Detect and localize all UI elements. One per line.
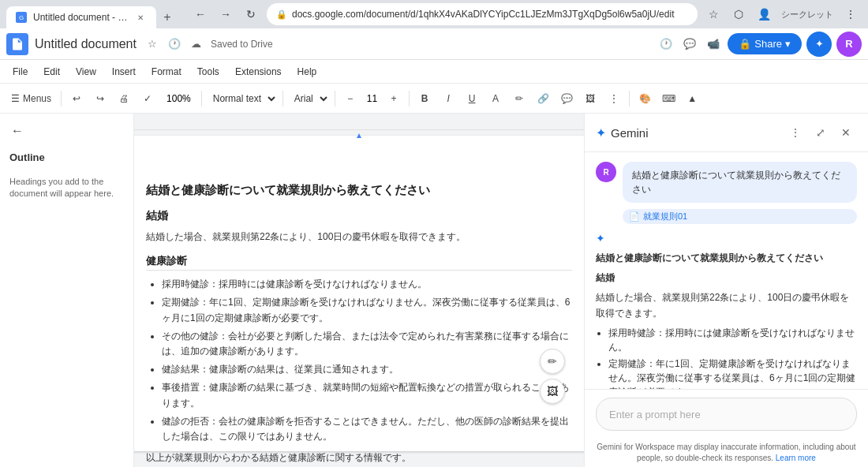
italic-btn[interactable]: I: [438, 88, 458, 109]
meeting-btn[interactable]: 📹: [704, 35, 723, 54]
highlight-btn[interactable]: ✏: [509, 88, 529, 109]
collapse-toolbar-btn[interactable]: ▲: [682, 88, 702, 109]
extensions-btn[interactable]: ⬡: [728, 3, 750, 25]
gemini-header: ✦ Gemini ⋮ ⤢ ✕: [585, 114, 868, 152]
bold-btn[interactable]: B: [414, 88, 435, 109]
avatar[interactable]: R: [836, 32, 862, 57]
gemini-logo: ✦ Gemini: [596, 125, 784, 140]
sep3: [282, 91, 283, 106]
format-paint-btn[interactable]: 🎨: [634, 88, 655, 109]
user-message-1: R 結婚と健康診断について就業規則から教えてください 📄 就業規則01: [596, 162, 857, 224]
undo-btn[interactable]: ↩: [66, 88, 87, 109]
sep5: [409, 91, 410, 106]
share-button[interactable]: 🔒 Share ▾: [728, 33, 802, 54]
menu-file[interactable]: File: [6, 63, 34, 80]
image-btn[interactable]: 🖼: [580, 88, 600, 109]
menu-format[interactable]: Format: [145, 63, 188, 80]
ai-bullet-2: 定期健診：年に1回、定期健康診断を受けなければなりません。深夜労働に従事する従業…: [608, 357, 857, 389]
back-btn[interactable]: ←: [189, 3, 211, 25]
doc-bullet-1: 採用時健診：採用時には健康診断を受けなければなりません。: [162, 277, 572, 292]
underline-btn[interactable]: U: [462, 88, 482, 109]
refresh-btn[interactable]: ↻: [240, 3, 262, 25]
menu-help[interactable]: Help: [291, 63, 324, 80]
print-btn[interactable]: 🖨: [114, 88, 134, 109]
prompt-input[interactable]: Enter a prompt here: [596, 398, 857, 431]
font-size-increase-btn[interactable]: +: [383, 88, 404, 109]
gemini-options-btn[interactable]: ⋮: [784, 121, 806, 144]
menus-toggle-btn[interactable]: ☰ Menus: [6, 88, 56, 109]
user-query-text-1: 結婚と健康診断について就業規則から教えてください: [623, 162, 857, 203]
doc-main-heading: 結婚と健康診断について就業規則から教えてください: [146, 183, 572, 198]
menu-view[interactable]: View: [69, 63, 103, 80]
new-tab-btn[interactable]: +: [156, 6, 178, 28]
doc-page[interactable]: 結婚と健康診断について就業規則から教えてください 結婚 結婚した場合、就業規則第…: [134, 136, 584, 451]
doc-area[interactable]: 結婚と健康診断について就業規則から教えてください 結婚 結婚した場合、就業規則第…: [134, 114, 584, 467]
gemini-star-icon: ✦: [596, 125, 606, 140]
bookmark-btn[interactable]: ☆: [702, 3, 724, 25]
font-size-decrease-btn[interactable]: −: [340, 88, 361, 109]
doc-bullet-6: 健診の拒否：会社の健康診断を拒否することはできません。ただし、他の医師の診断結果…: [162, 414, 572, 444]
edit-float-btn[interactable]: ✏: [540, 349, 565, 374]
more-btn[interactable]: ⋮: [604, 88, 624, 109]
saved-label: Saved to Drive: [211, 39, 273, 50]
star-icon-btn[interactable]: ☆: [143, 35, 162, 54]
font-select[interactable]: Arial: [288, 88, 330, 109]
cloud-icon-btn[interactable]: ☁: [187, 35, 206, 54]
app-bar: Untitled document ☆ 🕐 ☁ Saved to Drive 🕐…: [0, 28, 868, 60]
tab-close-btn[interactable]: ✕: [134, 11, 147, 24]
clock-icon-btn[interactable]: 🕐: [165, 35, 184, 54]
sep4: [335, 91, 335, 106]
browser-actions: ☆ ⬡ 👤 シークレット ⋮: [702, 3, 862, 25]
history-btn[interactable]: 🕐: [657, 35, 675, 54]
tab-favicon: G: [16, 12, 27, 23]
redo-btn[interactable]: ↪: [90, 88, 110, 109]
comment-btn[interactable]: 💬: [680, 35, 699, 54]
address-bar[interactable]: 🔒 docs.google.com/document/d/1qhkX4vAKaD…: [267, 3, 698, 25]
menu-insert[interactable]: Insert: [106, 63, 142, 80]
app-title-area: Untitled document: [35, 37, 137, 51]
text-color-btn[interactable]: A: [485, 88, 506, 109]
doc-bullet-5: 事後措置：健康診断の結果に基づき、就業時間の短縮や配置転換などの措置が取られるこ…: [162, 380, 572, 410]
ai-response: ✦ 結婚と健康診断について就業規則から教えてください 結婚 結婚した場合、就業規…: [596, 232, 857, 389]
ai-section1-title: 結婚: [596, 271, 857, 286]
gemini-content: R 結婚と健康診断について就業規則から教えてください 📄 就業規則01 ✦ 結婚…: [585, 152, 868, 389]
gemini-button[interactable]: ✦: [806, 32, 832, 57]
app-logo: [6, 33, 28, 55]
disclaimer-link[interactable]: Learn more: [776, 454, 816, 462]
active-tab[interactable]: G Untitled document - Google ... ✕: [6, 6, 156, 28]
doc-bullet-list: 採用時健診：採用時には健康診断を受けなければなりません。 定期健診：年に1回、定…: [146, 277, 572, 444]
title-icons: ☆ 🕐 ☁ Saved to Drive: [143, 35, 273, 54]
ai-response-heading: 結婚と健康診断について就業規則から教えてください: [596, 251, 857, 266]
browser-tabs: G Untitled document - Google ... ✕ +: [6, 0, 178, 28]
prompt-placeholder-text: Enter a prompt here: [609, 409, 701, 420]
menu-extensions[interactable]: Extensions: [229, 63, 288, 80]
image-float-btn[interactable]: 🖼: [540, 379, 565, 404]
font-size-display[interactable]: 11: [364, 93, 380, 104]
doc-bullet-2: 定期健診：年に1回、定期健康診断を受けなければなりません。深夜労働に従事する従業…: [162, 295, 572, 325]
gemini-expand-btn[interactable]: ⤢: [810, 121, 832, 144]
style-select[interactable]: Normal text: [207, 88, 278, 109]
keyboard-shortcut-btn[interactable]: ⌨: [658, 88, 679, 109]
forward-btn[interactable]: →: [215, 3, 237, 25]
doc-bullet-4: 健診結果：健康診断の結果は、従業員に通知されます。: [162, 362, 572, 377]
gemini-icon: ✦: [815, 38, 824, 50]
zoom-display[interactable]: 100%: [161, 91, 196, 106]
profile-btn[interactable]: 👤: [753, 3, 775, 25]
ai-para1: 結婚した場合、就業規則第22条により、100日の慶弔休暇を取得できます。: [596, 290, 857, 320]
spellcheck-btn[interactable]: ✓: [137, 88, 158, 109]
sidebar-close-btn[interactable]: ←: [6, 120, 28, 142]
ruler: [134, 129, 584, 133]
ai-star-icon: ✦: [596, 232, 857, 245]
browser-controls: ← → ↻: [189, 3, 262, 25]
menu-edit[interactable]: Edit: [37, 63, 66, 80]
comment-btn2[interactable]: 💬: [556, 88, 577, 109]
link-btn[interactable]: 🔗: [533, 88, 553, 109]
doc-section1-title: 結婚: [146, 209, 572, 223]
menu-bar: File Edit View Insert Format Tools Exten…: [0, 60, 868, 84]
gemini-close-btn[interactable]: ✕: [835, 121, 857, 144]
menu-btn[interactable]: ⋮: [840, 3, 862, 25]
sidebar-hint-text: Headings you add to the document will ap…: [6, 173, 127, 204]
ai-bullet-list: 採用時健診：採用時には健康診断を受けなければなりません。 定期健診：年に1回、定…: [596, 326, 857, 389]
menu-tools[interactable]: Tools: [191, 63, 226, 80]
app-title[interactable]: Untitled document: [35, 37, 137, 51]
